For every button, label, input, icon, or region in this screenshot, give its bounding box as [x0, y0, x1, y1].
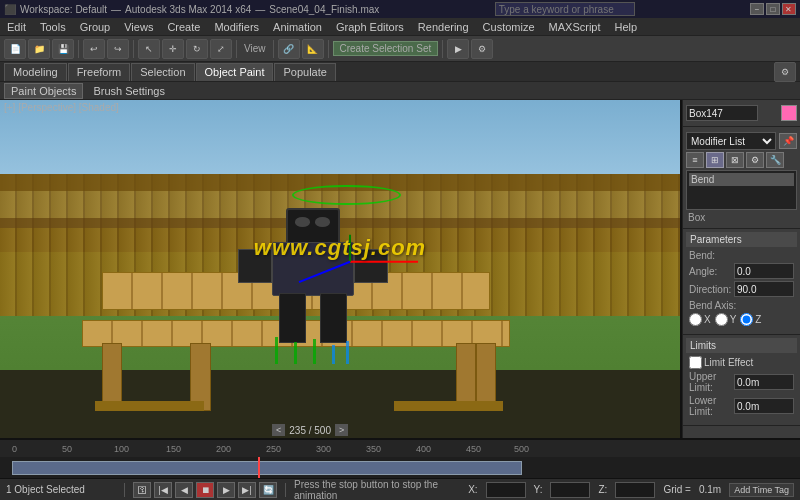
mod-icon-5[interactable]: 🔧: [766, 152, 784, 168]
tb-open[interactable]: 📁: [28, 39, 50, 59]
axis-x-radio[interactable]: [689, 313, 702, 326]
limits-header[interactable]: Limits: [686, 338, 797, 353]
menu-views[interactable]: Views: [121, 21, 156, 33]
modifier-stack-list: Bend: [686, 170, 797, 210]
timeline-cursor[interactable]: [258, 457, 260, 478]
mod-icon-1[interactable]: ≡: [686, 152, 704, 168]
robot-feet: [265, 337, 360, 364]
tb-create-selection-set[interactable]: Create Selection Set: [333, 41, 439, 56]
anim-next-frame[interactable]: ▶: [217, 482, 235, 498]
axis-y-radio[interactable]: [715, 313, 728, 326]
modifier-pin-btn[interactable]: 📌: [779, 133, 797, 149]
object-color-swatch[interactable]: [781, 105, 797, 121]
menu-create[interactable]: Create: [164, 21, 203, 33]
modifier-bend[interactable]: Bend: [689, 173, 794, 186]
timeline-bar[interactable]: [12, 461, 522, 475]
anim-stop[interactable]: ⏹: [196, 482, 214, 498]
tb-render-setup[interactable]: ⚙: [471, 39, 493, 59]
timeline-track[interactable]: [0, 457, 800, 478]
grid-value: 0.1m: [699, 484, 721, 495]
menu-customize[interactable]: Customize: [480, 21, 538, 33]
wire-5: [346, 341, 349, 364]
tb-scale[interactable]: ⤢: [210, 39, 232, 59]
ruler-200: 200: [216, 444, 231, 454]
direction-label: Direction:: [689, 284, 731, 295]
minimize-button[interactable]: −: [750, 3, 764, 15]
parameters-header[interactable]: Parameters: [686, 232, 797, 247]
parameters-title: Parameters: [690, 234, 742, 245]
menu-edit[interactable]: Edit: [4, 21, 29, 33]
modifier-icons-row: ≡ ⊞ ⊠ ⚙ 🔧: [686, 152, 797, 168]
mod-icon-3[interactable]: ⊠: [726, 152, 744, 168]
tb-snap[interactable]: 🔗: [278, 39, 300, 59]
timeline-next-btn[interactable]: >: [335, 424, 348, 436]
z-input[interactable]: [615, 482, 655, 498]
close-button[interactable]: ✕: [782, 3, 796, 15]
tab-object-paint[interactable]: Object Paint: [196, 63, 274, 81]
limit-effect-checkbox[interactable]: [689, 356, 702, 369]
anim-go-end[interactable]: ▶|: [238, 482, 256, 498]
x-input[interactable]: [486, 482, 526, 498]
timeline-area: 0 50 100 150 200 250 300 350 400 450 500: [0, 438, 800, 478]
app-icon: ⬛: [4, 4, 16, 15]
mod-icon-2[interactable]: ⊞: [706, 152, 724, 168]
lower-limit-input[interactable]: [734, 398, 794, 414]
menu-animation[interactable]: Animation: [270, 21, 325, 33]
timeline-prev-btn[interactable]: <: [272, 424, 285, 436]
title-center: [495, 2, 635, 16]
modifier-list-header: Modifier List 📌: [686, 132, 797, 150]
lower-limit-row: Lower Limit:: [689, 395, 794, 417]
subtab-brush-settings[interactable]: Brush Settings: [87, 83, 171, 99]
direction-input[interactable]: [734, 281, 794, 297]
tab-settings-btn[interactable]: ⚙: [774, 62, 796, 82]
tb-undo[interactable]: ↩: [83, 39, 105, 59]
modifier-list-dropdown[interactable]: Modifier List: [686, 132, 776, 150]
axis-y-label: Y: [715, 313, 737, 326]
tb-redo[interactable]: ↪: [107, 39, 129, 59]
tb-save[interactable]: 💾: [52, 39, 74, 59]
y-input[interactable]: [550, 482, 590, 498]
menu-rendering[interactable]: Rendering: [415, 21, 472, 33]
upper-limit-label: Upper Limit:: [689, 371, 734, 393]
add-time-tag-btn[interactable]: Add Time Tag: [729, 483, 794, 497]
ruler-350: 350: [366, 444, 381, 454]
menu-group[interactable]: Group: [77, 21, 114, 33]
maximize-button[interactable]: □: [766, 3, 780, 15]
tb-sep5: [328, 40, 329, 58]
axis-z-radio[interactable]: [740, 313, 753, 326]
menu-help[interactable]: Help: [612, 21, 641, 33]
angle-input[interactable]: [734, 263, 794, 279]
menu-maxscript[interactable]: MAXScript: [546, 21, 604, 33]
viewport[interactable]: www.cgtsj.com [+] [Perspective] [Shaded]…: [0, 100, 682, 438]
anim-go-start[interactable]: |◀: [154, 482, 172, 498]
subtab-paint-objects[interactable]: Paint Objects: [4, 83, 83, 99]
status-sep1: [124, 483, 125, 497]
tab-selection[interactable]: Selection: [131, 63, 194, 81]
tb-select[interactable]: ↖: [138, 39, 160, 59]
tb-new[interactable]: 📄: [4, 39, 26, 59]
ruler-250: 250: [266, 444, 281, 454]
tb-render[interactable]: ▶: [447, 39, 469, 59]
search-input[interactable]: [495, 2, 635, 16]
tb-angle-snap[interactable]: 📐: [302, 39, 324, 59]
menu-graph-editors[interactable]: Graph Editors: [333, 21, 407, 33]
object-name-input[interactable]: [686, 105, 758, 121]
tab-freeform[interactable]: Freeform: [68, 63, 131, 81]
robot-eye-r: [315, 217, 330, 226]
anim-prev-frame[interactable]: ◀: [175, 482, 193, 498]
tb-move[interactable]: ✛: [162, 39, 184, 59]
limits-section: Limits Limit Effect Upper Limit: Lower L…: [683, 335, 800, 426]
mod-icon-4[interactable]: ⚙: [746, 152, 764, 168]
upper-limit-input[interactable]: [734, 374, 794, 390]
app-name: Autodesk 3ds Max 2014 x64: [125, 4, 251, 15]
tb-view-label: View: [241, 43, 269, 54]
anim-key-mode[interactable]: ⚿: [133, 482, 151, 498]
menu-modifiers[interactable]: Modifiers: [211, 21, 262, 33]
tab-populate[interactable]: Populate: [274, 63, 335, 81]
menu-tools[interactable]: Tools: [37, 21, 69, 33]
animation-controls: ⚿ |◀ ◀ ⏹ ▶ ▶| 🔄: [133, 482, 277, 498]
tab-modeling[interactable]: Modeling: [4, 63, 67, 81]
title-left: ⬛ Workspace: Default — Autodesk 3ds Max …: [4, 4, 379, 15]
anim-mode[interactable]: 🔄: [259, 482, 277, 498]
tb-rotate[interactable]: ↻: [186, 39, 208, 59]
